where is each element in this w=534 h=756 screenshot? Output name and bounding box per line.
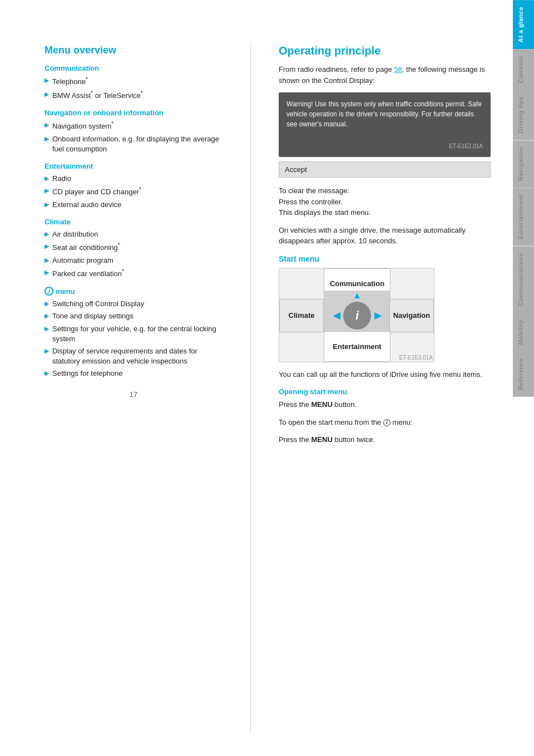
sidebar-tab-communications[interactable]: Communications — [513, 246, 534, 313]
idrive-communication-label: Communication — [330, 279, 384, 288]
list-item: ▶ Air distribution — [44, 229, 222, 239]
idrive-diagram: Communication Climate ▲ ◀ i — [279, 268, 434, 362]
idrive-navigation-cell: Navigation — [389, 299, 434, 332]
item-text: Switching off Control Display — [52, 299, 144, 309]
item-text: Seat air conditioning* — [52, 242, 120, 253]
item-text: Automatic program — [52, 256, 113, 266]
image-ref: ET-E1E2.01A — [449, 142, 483, 150]
clear-instructions: To clear the message: Press the controll… — [279, 185, 491, 218]
sidebar-tab-label: Navigation — [517, 147, 524, 181]
sidebar-tab-entertainment[interactable]: Entertainment — [513, 188, 534, 246]
start-menu-title: Start menu — [279, 254, 491, 263]
sidebar-tab-label: Driving tips — [517, 96, 524, 134]
list-item: ▶ Settings for telephone — [44, 369, 222, 379]
page-link[interactable]: 58 — [394, 65, 402, 73]
list-item: ▶ Tone and display settings — [44, 311, 222, 321]
climate-heading: Climate — [44, 218, 222, 226]
idrive-row: ◀ i ▶ — [333, 302, 381, 330]
sidebar-tab-driving-tips[interactable]: Driving tips — [513, 90, 534, 140]
entertainment-heading: Entertainment — [44, 162, 222, 170]
sidebar-tab-label: Communications — [517, 253, 524, 306]
list-item: ▶ Navigation system* — [44, 120, 222, 132]
idrive-note-text: You can call up all the functions of iDr… — [279, 369, 491, 380]
list-item: ▶ Onboard information, e.g. for displayi… — [44, 134, 222, 154]
arrow-icon: ▶ — [44, 300, 49, 308]
item-text: Tone and display settings — [52, 311, 134, 321]
arrow-icon: ▶ — [44, 325, 49, 333]
sidebar-tab-at-a-glance[interactable]: At a glance — [513, 0, 534, 49]
item-text: External audio device — [52, 200, 121, 210]
sidebar-tab-label: Controls — [517, 56, 524, 83]
list-item: ▶ CD player and CD changer* — [44, 186, 222, 198]
main-content: Menu overview Communication ▶ Telephone*… — [0, 0, 513, 756]
item-text: Onboard information, e.g. for displaying… — [52, 134, 222, 154]
imenu-label: menu — [56, 287, 75, 296]
communication-heading: Communication — [44, 64, 222, 72]
arrow-icon: ▶ — [44, 242, 49, 251]
list-item: ▶ External audio device — [44, 200, 222, 210]
idrive-entertainment-cell: Entertainment — [324, 331, 390, 362]
arrow-icon: ▶ — [44, 369, 49, 377]
item-text: Settings for your vehicle, e.g. for the … — [52, 324, 222, 344]
item-text: Radio — [52, 174, 71, 184]
warning-box: Warning! Use this system only when traff… — [279, 92, 491, 157]
sidebar-tab-controls[interactable]: Controls — [513, 49, 534, 90]
list-item: ▶ Switching off Control Display — [44, 299, 222, 309]
arrow-right-icon: ▶ — [374, 310, 381, 321]
list-item: ▶ BMW Assist* or TeleService* — [44, 90, 222, 101]
opening-start-title: Opening start menu — [279, 387, 491, 396]
sidebar-tab-label: At a glance — [517, 7, 524, 42]
item-text: Navigation system* — [52, 120, 113, 132]
sidebar-tab-navigation[interactable]: Navigation — [513, 140, 534, 188]
idrive-climate-label: Climate — [289, 311, 315, 320]
operating-principle-title: Operating principle — [279, 45, 491, 57]
arrow-icon: ▶ — [44, 256, 49, 264]
navigation-heading: Navigation or onboard information — [44, 109, 222, 117]
list-item: ▶ Seat air conditioning* — [44, 242, 222, 253]
sidebar-tab-label: Reference — [517, 358, 524, 390]
item-text: Telephone* — [52, 76, 88, 87]
menu-overview-title: Menu overview — [44, 45, 222, 56]
arrow-icon: ▶ — [44, 90, 49, 99]
arrow-icon: ▶ — [44, 121, 49, 129]
arrow-icon: ▶ — [44, 186, 49, 195]
idrive-info-icon: i — [343, 302, 371, 330]
info-symbol: i — [355, 308, 359, 323]
item-text: Settings for telephone — [52, 369, 122, 379]
column-divider — [250, 45, 251, 734]
list-item: ▶ Parked car ventilation* — [44, 268, 222, 279]
sidebar-tab-mobility[interactable]: Mobility — [513, 313, 534, 352]
sidebar-tab-label: Mobility — [517, 320, 524, 345]
item-text: CD player and CD changer* — [52, 186, 141, 198]
arrow-icon: ▶ — [44, 312, 49, 320]
sidebar-tab-label: Entertainment — [517, 194, 524, 239]
sidebar-tab-reference[interactable]: Reference — [513, 351, 534, 397]
arrow-icon: ▶ — [44, 200, 49, 209]
warning-image-area: ET-E1E2.01A — [286, 134, 483, 150]
arrow-icon: ▶ — [44, 174, 49, 183]
item-text: BMW Assist* or TeleService* — [52, 90, 143, 101]
menu-instruction: Press the MENU button. — [279, 399, 491, 410]
idrive-climate-cell: Climate — [279, 299, 324, 332]
arrow-left-icon: ◀ — [333, 310, 340, 321]
right-column: Operating principle From radio readiness… — [279, 45, 491, 734]
auto-disappear-text: On vehicles with a single drive, the mes… — [279, 225, 491, 247]
list-item: ▶ Display of service requirements and da… — [44, 346, 222, 366]
sidebar: At a glance Controls Driving tips Naviga… — [513, 0, 534, 756]
item-text: Parked car ventilation* — [52, 268, 124, 279]
list-item: ▶ Telephone* — [44, 76, 222, 87]
arrow-up-icon: ▲ — [353, 291, 362, 301]
arrow-icon: ▶ — [44, 347, 49, 355]
arrow-icon: ▶ — [44, 268, 49, 277]
diagram-ref: ET-E1E3.01A — [399, 355, 433, 361]
info-icon: i — [44, 287, 53, 296]
page-container: Menu overview Communication ▶ Telephone*… — [0, 0, 534, 756]
list-item: ▶ Radio — [44, 174, 222, 184]
page-number: 17 — [44, 390, 222, 399]
arrow-icon: ▶ — [44, 230, 49, 238]
accept-button[interactable]: Accept — [279, 161, 491, 178]
item-text: Display of service requirements and date… — [52, 346, 222, 366]
op-intro-text: From radio readiness, refer to page 58, … — [279, 64, 491, 86]
idrive-entertainment-label: Entertainment — [333, 342, 381, 351]
list-item: ▶ Settings for your vehicle, e.g. for th… — [44, 324, 222, 344]
